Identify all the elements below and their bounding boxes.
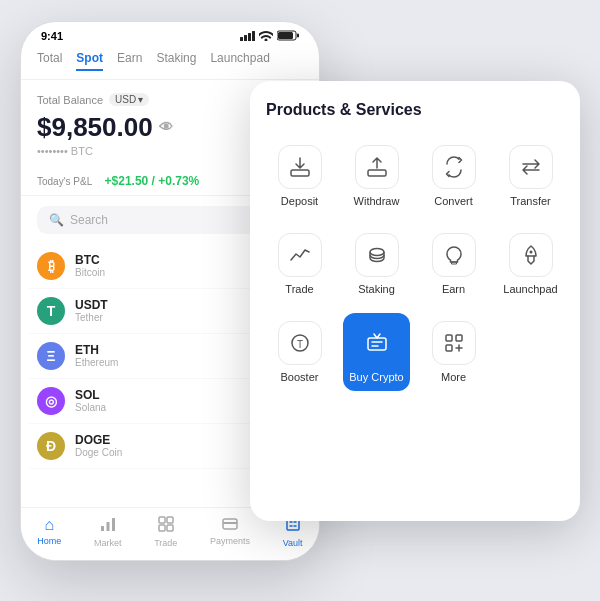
svg-rect-11: [167, 517, 173, 523]
svg-text:T: T: [296, 338, 302, 349]
svg-point-19: [529, 250, 532, 253]
transfer-icon-box: [509, 145, 553, 189]
pnl-value: [97, 174, 100, 188]
booster-label: Booster: [281, 371, 319, 383]
time: 9:41: [41, 30, 63, 42]
pnl-label: Today's P&L: [37, 176, 92, 187]
svg-rect-12: [159, 525, 165, 531]
nav-market-label: Market: [94, 538, 122, 548]
coin-fullname: Solana: [75, 402, 106, 413]
nav-payments[interactable]: Payments: [210, 516, 250, 548]
service-earn[interactable]: Earn: [420, 225, 487, 303]
coin-symbol: USDT: [75, 298, 108, 312]
svg-rect-6: [297, 33, 299, 37]
earn-label: Earn: [442, 283, 465, 295]
svg-rect-16: [291, 170, 309, 176]
services-grid: Deposit Withdraw Convert: [266, 137, 564, 391]
launchpad-label: Launchpad: [503, 283, 557, 295]
btc-icon: ₿: [37, 252, 65, 280]
search-placeholder: Search: [70, 213, 108, 227]
nav-payments-label: Payments: [210, 536, 250, 546]
buy-crypto-icon-box: [355, 321, 399, 365]
service-staking[interactable]: Staking: [343, 225, 410, 303]
convert-icon-box: [432, 145, 476, 189]
service-buy-crypto[interactable]: Buy Crypto: [343, 313, 410, 391]
svg-rect-25: [446, 345, 452, 351]
currency-text: USD: [115, 94, 136, 105]
nav-tabs: Total Spot Earn Staking Launchpad: [21, 47, 319, 80]
tab-launchpad[interactable]: Launchpad: [210, 51, 269, 71]
deposit-icon-box: [278, 145, 322, 189]
wifi-icon: [259, 30, 273, 43]
market-icon: [100, 516, 116, 536]
nav-home-label: Home: [37, 536, 61, 546]
svg-rect-10: [159, 517, 165, 523]
tab-staking[interactable]: Staking: [156, 51, 196, 71]
service-convert[interactable]: Convert: [420, 137, 487, 215]
search-icon: 🔍: [49, 213, 64, 227]
nav-vault-label: Vault: [283, 538, 303, 548]
eth-info: ETH Ethereum: [75, 343, 118, 368]
svg-rect-0: [240, 37, 243, 41]
coin-fullname: Ethereum: [75, 357, 118, 368]
sol-icon: ◎: [37, 387, 65, 415]
tab-spot[interactable]: Spot: [76, 51, 103, 71]
convert-label: Convert: [434, 195, 473, 207]
staking-icon-box: [355, 233, 399, 277]
transfer-label: Transfer: [510, 195, 551, 207]
chevron-down-icon: ▾: [138, 94, 143, 105]
battery-icon: [277, 30, 299, 43]
scene: 9:41 Total Spot Earn Staking Launchpad: [20, 21, 580, 581]
eye-icon[interactable]: 👁: [159, 119, 173, 135]
status-bar: 9:41: [21, 22, 319, 47]
nav-home[interactable]: ⌂ Home: [37, 516, 61, 548]
service-deposit[interactable]: Deposit: [266, 137, 333, 215]
svg-rect-15: [223, 522, 237, 524]
service-more[interactable]: More: [420, 313, 487, 391]
tab-earn[interactable]: Earn: [117, 51, 142, 71]
svg-rect-13: [167, 525, 173, 531]
service-trade[interactable]: Trade: [266, 225, 333, 303]
svg-rect-2: [248, 33, 251, 41]
more-label: More: [441, 371, 466, 383]
svg-rect-5: [278, 32, 293, 39]
svg-rect-7: [101, 526, 104, 531]
service-booster[interactable]: T Booster: [266, 313, 333, 391]
trade-label: Trade: [285, 283, 313, 295]
svg-rect-8: [106, 522, 109, 531]
trade-icon: [158, 516, 174, 536]
service-transfer[interactable]: Transfer: [497, 137, 564, 215]
products-services-modal: Products & Services Deposit Withdraw: [250, 81, 580, 521]
pnl-value-text: +$21.50 / +0.73%: [105, 174, 200, 188]
service-launchpad[interactable]: Launchpad: [497, 225, 564, 303]
svg-rect-3: [252, 31, 255, 41]
withdraw-icon-box: [355, 145, 399, 189]
svg-rect-24: [456, 335, 462, 341]
svg-rect-17: [368, 170, 386, 176]
usdt-info: USDT Tether: [75, 298, 108, 323]
deposit-label: Deposit: [281, 195, 318, 207]
service-withdraw[interactable]: Withdraw: [343, 137, 410, 215]
svg-rect-1: [244, 35, 247, 41]
nav-trade[interactable]: Trade: [154, 516, 177, 548]
currency-badge[interactable]: USD ▾: [109, 93, 149, 106]
payments-icon: [222, 516, 238, 534]
doge-icon: Ð: [37, 432, 65, 460]
svg-rect-23: [446, 335, 452, 341]
coin-symbol: ETH: [75, 343, 118, 357]
staking-label: Staking: [358, 283, 395, 295]
more-icon-box: [432, 321, 476, 365]
balance-value: $9,850.00: [37, 112, 153, 143]
usdt-icon: T: [37, 297, 65, 325]
svg-rect-9: [112, 518, 115, 531]
launchpad-icon-box: [509, 233, 553, 277]
svg-rect-22: [368, 338, 386, 350]
balance-label: Total Balance: [37, 94, 103, 106]
tab-total[interactable]: Total: [37, 51, 62, 71]
booster-icon-box: T: [278, 321, 322, 365]
svg-point-18: [370, 248, 384, 255]
coin-symbol: BTC: [75, 253, 105, 267]
nav-market[interactable]: Market: [94, 516, 122, 548]
btc-info: BTC Bitcoin: [75, 253, 105, 278]
doge-info: DOGE Doge Coin: [75, 433, 122, 458]
